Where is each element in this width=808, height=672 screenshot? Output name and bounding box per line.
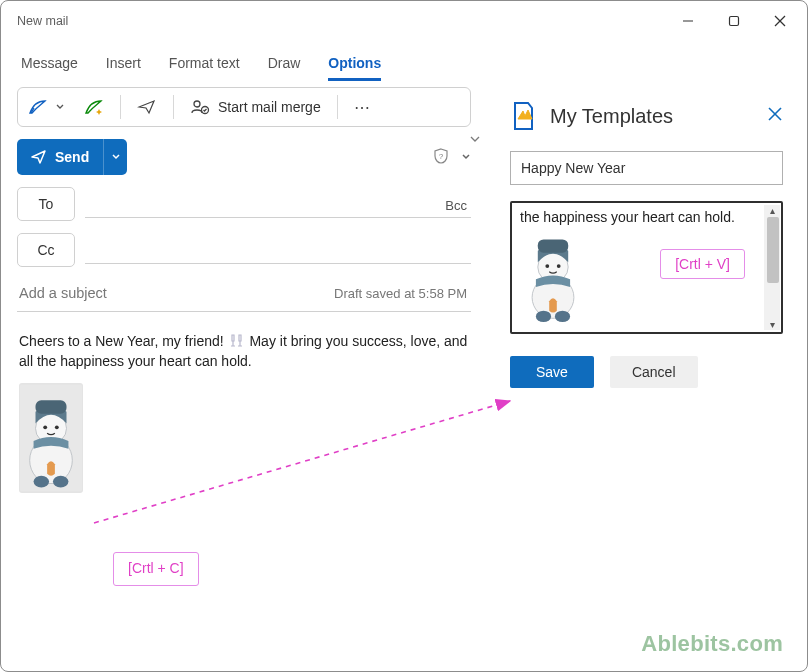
watermark: Ablebits.com	[641, 631, 783, 657]
ribbon-more-button[interactable]: ⋯	[344, 88, 382, 126]
window-titlebar: New mail	[1, 1, 807, 41]
to-input[interactable]: Bcc	[85, 190, 471, 218]
window-title: New mail	[17, 14, 68, 28]
svg-point-11	[43, 426, 47, 430]
send-row: Send ?	[17, 139, 471, 175]
chevron-down-icon	[461, 152, 471, 162]
svg-point-14	[53, 476, 69, 488]
template-name-input[interactable]	[510, 151, 783, 185]
send-split-button[interactable]: Send	[17, 139, 127, 175]
ribbon-encrypt-button[interactable]	[18, 88, 74, 126]
ribbon-permission-button[interactable]	[74, 88, 114, 126]
draft-status: Draft saved at 5:58 PM	[334, 286, 467, 301]
close-icon	[767, 106, 783, 122]
svg-point-20	[545, 264, 549, 268]
send-button-main[interactable]: Send	[17, 139, 103, 175]
chevron-down-icon	[56, 103, 64, 111]
chevron-down-icon	[111, 152, 121, 162]
tab-bar: Message Insert Format text Draw Options	[1, 41, 807, 81]
send-dropdown-button[interactable]	[103, 139, 127, 175]
svg-text:?: ?	[439, 152, 444, 161]
compose-pane: Start mail merge ⋯ Send	[1, 81, 487, 671]
to-row: To Bcc	[17, 187, 471, 221]
compose-more-dropdown[interactable]	[461, 150, 471, 165]
svg-point-21	[557, 264, 561, 268]
ribbon-voting-button[interactable]	[127, 88, 167, 126]
cancel-button[interactable]: Cancel	[610, 356, 698, 388]
scroll-down-icon: ▾	[770, 319, 775, 330]
tab-draw[interactable]: Draw	[268, 47, 301, 81]
svg-point-22	[536, 311, 551, 322]
feather-pen-icon	[28, 98, 48, 116]
window-minimize-button[interactable]	[665, 6, 711, 36]
message-body[interactable]: Cheers to a New Year, my friend! May it …	[1, 312, 487, 671]
svg-rect-19	[538, 239, 568, 252]
subject-row[interactable]: Add a subject Draft saved at 5:58 PM	[17, 279, 471, 312]
templates-icon	[510, 101, 536, 131]
tab-options[interactable]: Options	[328, 47, 381, 81]
copy-shortcut-hint: [Crtl + C]	[113, 552, 199, 586]
mail-merge-icon	[190, 98, 210, 116]
save-button[interactable]: Save	[510, 356, 594, 388]
subject-placeholder: Add a subject	[19, 285, 107, 301]
feather-sparkle-icon	[84, 98, 104, 116]
ribbon-collapse-button[interactable]	[469, 133, 481, 147]
ribbon-mail-merge-label: Start mail merge	[218, 99, 321, 115]
svg-point-12	[55, 426, 59, 430]
options-ribbon: Start mail merge ⋯	[17, 87, 471, 127]
more-icon: ⋯	[354, 98, 372, 117]
body-text: Cheers to a New Year, my friend! May it …	[19, 332, 469, 371]
svg-rect-1	[730, 17, 739, 26]
scroll-thumb[interactable]	[767, 217, 779, 283]
templates-pane: My Templates the happiness your heart ca…	[494, 81, 807, 671]
template-body-editor[interactable]: the happiness your heart can hold. [Crtl…	[510, 201, 783, 334]
cc-row: Cc	[17, 233, 471, 267]
champagne-glasses-icon	[228, 333, 246, 349]
paste-shortcut-hint: [Crtl + V]	[660, 249, 745, 279]
send-icon	[31, 149, 47, 165]
maximize-icon	[728, 15, 740, 27]
sensitivity-button[interactable]: ?	[433, 148, 449, 167]
svg-point-13	[34, 476, 50, 488]
svg-point-23	[555, 311, 570, 322]
tab-insert[interactable]: Insert	[106, 47, 141, 81]
snowman-image	[520, 229, 586, 324]
templates-close-button[interactable]	[767, 106, 783, 127]
scroll-up-icon: ▴	[770, 205, 775, 216]
send-plane-icon	[137, 98, 157, 116]
send-label: Send	[55, 149, 89, 165]
shield-question-icon: ?	[433, 148, 449, 164]
snowman-image	[19, 383, 83, 493]
to-button[interactable]: To	[17, 187, 75, 221]
tab-message[interactable]: Message	[21, 47, 78, 81]
bcc-toggle[interactable]: Bcc	[445, 198, 471, 217]
close-icon	[774, 15, 786, 27]
cc-input[interactable]	[85, 236, 471, 264]
chevron-down-icon	[469, 133, 481, 145]
tab-format-text[interactable]: Format text	[169, 47, 240, 81]
window-close-button[interactable]	[757, 6, 803, 36]
templates-title: My Templates	[550, 105, 673, 128]
cc-button[interactable]: Cc	[17, 233, 75, 267]
template-body-text: the happiness your heart can hold.	[520, 209, 761, 225]
minimize-icon	[682, 15, 694, 27]
ribbon-mail-merge-button[interactable]: Start mail merge	[180, 88, 331, 126]
svg-point-4	[194, 101, 200, 107]
svg-rect-10	[36, 400, 67, 414]
window-maximize-button[interactable]	[711, 6, 757, 36]
